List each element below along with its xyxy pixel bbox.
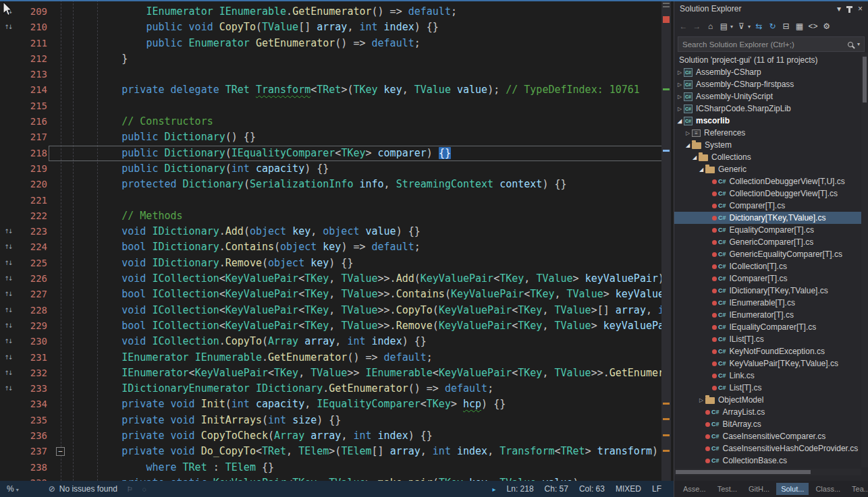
sync-with-active-document-icon[interactable]: ⇆ <box>754 22 764 31</box>
code-line-210[interactable]: ↑↓210 public void CopyTo(TValue[] array,… <box>0 20 674 35</box>
override-indicator-icon[interactable]: ↑↓ <box>0 366 16 381</box>
tree-item-file[interactable]: C#IList[T].cs <box>674 333 861 345</box>
properties-icon[interactable]: ⚙ <box>821 22 832 31</box>
search-icon[interactable] <box>848 42 853 47</box>
panel-tab-class[interactable]: Class... <box>811 483 845 495</box>
tree-item-file[interactable]: C#IEnumerable[T].cs <box>674 297 861 309</box>
tree-closed-arrow-icon[interactable]: ▷ <box>676 82 684 88</box>
switch-views-icon[interactable]: ▤ <box>719 22 729 31</box>
refresh-icon[interactable]: ↻ <box>767 22 778 31</box>
tree-horizontal-scrollbar[interactable] <box>674 469 861 475</box>
code-line-215[interactable]: 215 <box>0 98 674 114</box>
view-code-icon[interactable]: <> <box>808 22 818 31</box>
flag-icon[interactable]: ⚐ <box>127 486 133 493</box>
code-line-214[interactable]: 214 private delegate TRet Transform<TRet… <box>0 82 674 98</box>
editor-scrollbar[interactable] <box>661 0 671 481</box>
code-line-234[interactable]: 234 private void Init(int capacity, IEqu… <box>0 397 674 412</box>
code-line-236[interactable]: 236 private void CopyToCheck(Array array… <box>0 428 674 444</box>
override-indicator-icon[interactable]: ↑↓ <box>0 318 16 334</box>
zoom-control[interactable]: %▾ <box>7 484 19 494</box>
tree-open-arrow-icon[interactable]: ◢ <box>684 142 692 148</box>
chevron-down-icon[interactable]: ▾ <box>730 24 733 30</box>
code-line-222[interactable]: 222 // Methods <box>0 208 674 224</box>
forward-icon[interactable]: → <box>692 22 702 31</box>
back-icon[interactable]: ← <box>678 22 688 31</box>
tree-item-folder-system[interactable]: ◢System <box>674 139 861 151</box>
override-indicator-icon[interactable]: ↑↓ <box>0 334 16 349</box>
tree-item-file[interactable]: C#ArrayList.cs <box>674 406 861 418</box>
code-line-228[interactable]: ↑↓228 void ICollection<KeyValuePair<TKey… <box>0 303 674 318</box>
column-indicator[interactable]: Col: 63 <box>579 484 605 494</box>
encoding-indicator[interactable]: MIXED <box>616 484 641 494</box>
panel-tab-solut[interactable]: Solut... <box>776 483 809 495</box>
code-line-209[interactable]: ↑↓209 IEnumerator IEnumerable.GetEnumera… <box>0 4 674 20</box>
tree-item-file[interactable]: C#IDictionary[TKey,TValue].cs <box>674 285 861 297</box>
tree-item-file[interactable]: C#CollectionDebuggerView[T,U].cs <box>674 175 861 187</box>
code-line-211[interactable]: 211 public Enumerator GetEnumerator() =>… <box>0 36 674 51</box>
tree-item-file[interactable]: C#GenericEqualityComparer[T].cs <box>674 248 861 260</box>
code-line-218[interactable]: 218 public Dictionary(IEqualityComparer<… <box>0 146 674 161</box>
override-indicator-icon[interactable]: ↑↓ <box>0 224 16 239</box>
code-line-213[interactable]: 213 <box>0 67 674 82</box>
code-line-226[interactable]: ↑↓226 void ICollection<KeyValuePair<TKey… <box>0 271 674 287</box>
code-line-219[interactable]: 219 public Dictionary(int capacity) {} <box>0 161 674 177</box>
code-line-225[interactable]: ↑↓225 void IDictionary.Remove(object key… <box>0 256 674 271</box>
tree-item-project-assembly-csharp[interactable]: ▷C#Assembly-CSharp <box>674 66 861 78</box>
tree-item-folder-collections[interactable]: ◢Collections <box>674 151 861 163</box>
collapse-all-icon[interactable]: ⊟ <box>781 22 791 31</box>
char-indicator[interactable]: Ch: 57 <box>545 484 568 494</box>
code-line-238[interactable]: 238 where TRet : TElem {} <box>0 460 674 475</box>
tree-closed-arrow-icon[interactable]: ▷ <box>676 69 684 76</box>
tree-closed-arrow-icon[interactable]: ▷ <box>676 94 684 100</box>
override-indicator-icon[interactable]: ↑↓ <box>0 271 16 287</box>
tree-open-arrow-icon[interactable]: ◢ <box>676 118 684 124</box>
override-indicator-icon[interactable]: ↑↓ <box>0 381 16 397</box>
tree-closed-arrow-icon[interactable]: ▷ <box>676 106 684 112</box>
code-editor[interactable]: ↑↓209 IEnumerator IEnumerable.GetEnumera… <box>0 0 674 481</box>
tree-item-file[interactable]: C#KeyValuePair[TKey,TValue].cs <box>674 357 861 370</box>
tree-item-folder-generic[interactable]: ◢Generic <box>674 163 861 175</box>
close-icon[interactable]: × <box>858 4 863 13</box>
tree-item-file[interactable]: C#IEnumerator[T].cs <box>674 309 861 321</box>
override-indicator-icon[interactable]: ↑↓ <box>0 239 16 255</box>
search-input[interactable] <box>678 40 848 49</box>
tree-item-project-mscorlib[interactable]: ◢C#mscorlib <box>674 115 861 127</box>
tree-item-project-icsharpcode-sharpziplib[interactable]: ▷C#ICSharpCode.SharpZipLib <box>674 103 861 115</box>
tree-item-file[interactable]: C#CaseInsensitiveComparer.cs <box>674 430 861 442</box>
code-line-230[interactable]: ↑↓230 void ICollection.CopyTo(Array arra… <box>0 334 674 349</box>
tree-item-file[interactable]: C#BitArray.cs <box>674 418 861 430</box>
search-options-chevron-icon[interactable]: ▾ <box>857 41 860 47</box>
tree-item-file[interactable]: C#Link.cs <box>674 370 861 382</box>
code-line-227[interactable]: ↑↓227 bool ICollection<KeyValuePair<TKey… <box>0 287 674 302</box>
override-indicator-icon[interactable]: ↑↓ <box>0 20 16 35</box>
tree-item-file[interactable]: C#Comparer[T].cs <box>674 200 861 212</box>
home-icon[interactable]: ⌂ <box>705 22 715 31</box>
tree-item-references[interactable]: ▷≡References <box>674 127 861 139</box>
tree-closed-arrow-icon[interactable]: ▷ <box>697 397 705 403</box>
code-line-220[interactable]: 220 protected Dictionary(SerializationIn… <box>0 177 674 192</box>
code-line-235[interactable]: 235 private void InitArrays(int size) {} <box>0 413 674 428</box>
code-line-217[interactable]: 217 public Dictionary() {} <box>0 129 674 145</box>
override-indicator-icon[interactable]: ↑↓ <box>0 303 16 318</box>
code-line-232[interactable]: ↑↓232 IEnumerator<KeyValuePair<TKey, TVa… <box>0 366 674 381</box>
tree-item-file[interactable]: C#CollectionDebuggerView[T].cs <box>674 187 861 200</box>
tree-item-file-dictionary[interactable]: C#Dictionary[TKey,TValue].cs <box>674 212 861 224</box>
tree-item-folder-objectmodel[interactable]: ▷ObjectModel <box>674 394 861 406</box>
code-line-237[interactable]: 237− private void Do_CopyTo<TRet, TElem>… <box>0 444 674 459</box>
pin-icon[interactable] <box>848 7 850 13</box>
override-indicator-icon[interactable]: ↑↓ <box>0 256 16 271</box>
code-line-223[interactable]: ↑↓223 void IDictionary.Add(object key, o… <box>0 224 674 239</box>
tree-item-file[interactable]: C#IComparer[T].cs <box>674 272 861 285</box>
code-line-233[interactable]: ↑↓233 IDictionaryEnumerator IDictionary.… <box>0 381 674 397</box>
tree-closed-arrow-icon[interactable]: ▷ <box>684 130 692 136</box>
code-line-216[interactable]: 216 // Constructors <box>0 114 674 129</box>
code-line-221[interactable]: 221 <box>0 193 674 208</box>
tree-item-file[interactable]: C#CaseInsensitiveHashCodeProvider.cs <box>674 442 861 455</box>
tree-item-file[interactable]: C#KeyNotFoundException.cs <box>674 345 861 357</box>
search-box[interactable]: ▾ <box>678 36 865 52</box>
code-line-239[interactable]: 239 private static KeyValuePair<TKey, TV… <box>0 475 674 481</box>
show-all-files-icon[interactable]: ▦ <box>794 22 805 31</box>
override-indicator-icon[interactable]: ↑↓ <box>0 287 16 302</box>
filter-icon[interactable]: ⊽ <box>736 22 747 31</box>
tree-item-file[interactable]: C#List[T].cs <box>674 382 861 394</box>
